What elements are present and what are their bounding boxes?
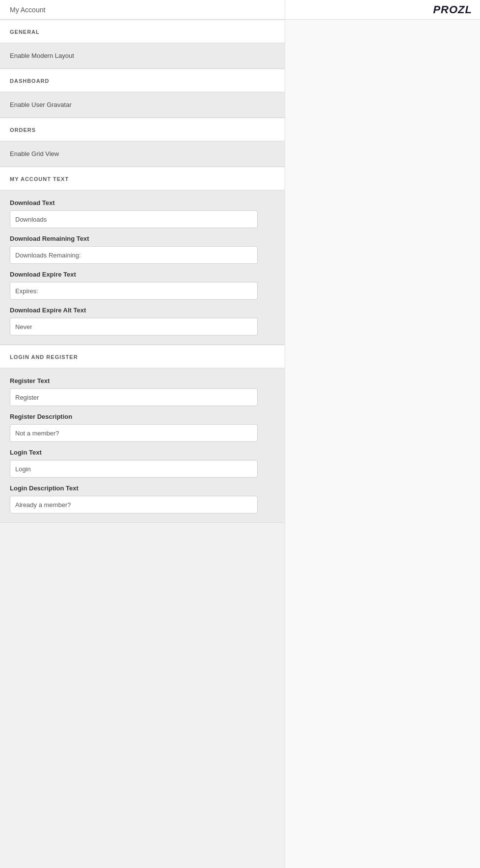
my-account-text-section-header: MY ACCOUNT TEXT	[0, 167, 285, 190]
login-register-section-header: LOGIN AND REGISTER	[0, 345, 285, 368]
login-register-title: LOGIN AND REGISTER	[10, 354, 78, 360]
my-account-text-content: Download Text Download Remaining Text Do…	[0, 190, 285, 345]
download-expire-alt-text-group: Download Expire Alt Text	[10, 306, 275, 335]
right-panel: PROZL	[285, 0, 480, 868]
register-text-input[interactable]	[10, 388, 258, 406]
enable-grid-view-label: Enable Grid View	[10, 150, 59, 157]
download-remaining-text-group: Download Remaining Text	[10, 235, 275, 264]
enable-modern-layout-label: Enable Modern Layout	[10, 52, 74, 59]
login-register-content: Register Text Register Description Login…	[0, 368, 285, 523]
header-bar: My Account	[0, 0, 285, 20]
download-text-label: Download Text	[10, 199, 275, 206]
dashboard-section-header: DASHBOARD	[0, 69, 285, 92]
login-text-label: Login Text	[10, 449, 275, 456]
download-text-group: Download Text	[10, 199, 275, 228]
enable-modern-layout-row: Enable Modern Layout	[0, 43, 285, 69]
my-account-text-title: MY ACCOUNT TEXT	[10, 176, 69, 182]
enable-grid-view-row: Enable Grid View	[0, 141, 285, 167]
register-description-group: Register Description	[10, 413, 275, 442]
orders-title: ORDERS	[10, 127, 36, 133]
orders-section-header: ORDERS	[0, 118, 285, 141]
download-remaining-text-label: Download Remaining Text	[10, 235, 275, 242]
download-remaining-text-input[interactable]	[10, 246, 258, 264]
login-description-text-group: Login Description Text	[10, 485, 275, 513]
login-text-input[interactable]	[10, 460, 258, 478]
left-panel: My Account GENERAL Enable Modern Layout …	[0, 0, 285, 868]
general-section-header: GENERAL	[0, 20, 285, 43]
dashboard-title: DASHBOARD	[10, 78, 50, 84]
logo: PROZL	[433, 3, 472, 16]
download-text-input[interactable]	[10, 210, 258, 228]
right-panel-header: PROZL	[285, 0, 480, 20]
download-expire-alt-text-label: Download Expire Alt Text	[10, 306, 275, 314]
download-expire-text-input[interactable]	[10, 282, 258, 300]
register-description-label: Register Description	[10, 413, 275, 420]
download-expire-alt-text-input[interactable]	[10, 318, 258, 335]
login-text-group: Login Text	[10, 449, 275, 478]
register-description-input[interactable]	[10, 424, 258, 442]
login-description-text-input[interactable]	[10, 496, 258, 513]
my-account-label: My Account	[10, 6, 45, 14]
register-text-label: Register Text	[10, 377, 275, 384]
general-title: GENERAL	[10, 29, 40, 35]
download-expire-text-group: Download Expire Text	[10, 271, 275, 300]
register-text-group: Register Text	[10, 377, 275, 406]
enable-user-gravatar-label: Enable User Gravatar	[10, 101, 72, 108]
login-description-text-label: Login Description Text	[10, 485, 275, 492]
enable-user-gravatar-row: Enable User Gravatar	[0, 92, 285, 118]
download-expire-text-label: Download Expire Text	[10, 271, 275, 278]
